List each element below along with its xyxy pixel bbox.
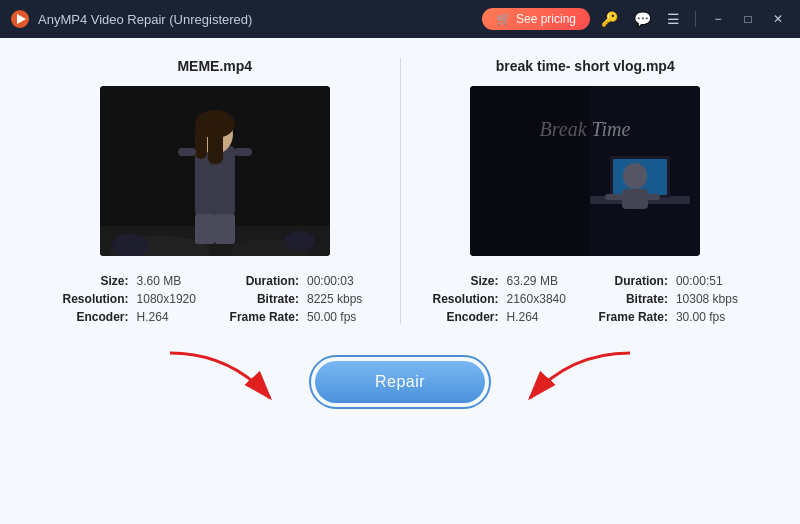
right-duration-value: 00:00:51 xyxy=(676,274,750,288)
right-video-info: Size: 63.29 MB Duration: 00:00:51 Resolu… xyxy=(421,274,751,324)
bottom-section: Repair xyxy=(30,342,770,422)
right-size-label: Size: xyxy=(421,274,499,288)
right-duration-label: Duration: xyxy=(587,274,668,288)
left-framerate-value: 50.00 fps xyxy=(307,310,380,324)
close-button[interactable]: ✕ xyxy=(766,7,790,31)
svg-rect-24 xyxy=(622,189,648,209)
svg-rect-9 xyxy=(195,124,207,159)
right-video-thumbnail: Break Time xyxy=(470,86,700,256)
left-duration-label: Duration: xyxy=(217,274,299,288)
right-bitrate-label: Bitrate: xyxy=(587,292,668,306)
right-encoder-value: H.264 xyxy=(507,310,579,324)
maximize-button[interactable]: □ xyxy=(736,7,760,31)
app-logo xyxy=(10,9,30,29)
right-resolution-label: Resolution: xyxy=(421,292,499,306)
app-title: AnyMP4 Video Repair (Unregistered) xyxy=(38,12,482,27)
left-encoder-value: H.264 xyxy=(137,310,210,324)
right-bitrate-value: 10308 kbps xyxy=(676,292,750,306)
svg-rect-13 xyxy=(195,214,215,244)
left-bitrate-value: 8225 kbps xyxy=(307,292,380,306)
titlebar: AnyMP4 Video Repair (Unregistered) 🛒 See… xyxy=(0,0,800,38)
key-button[interactable]: 🔑 xyxy=(596,10,623,28)
menu-button[interactable]: ☰ xyxy=(662,10,685,28)
cart-icon: 🛒 xyxy=(496,12,511,26)
right-framerate-value: 30.00 fps xyxy=(676,310,750,324)
right-video-panel: break time- short vlog.mp4 Break Time xyxy=(401,58,771,324)
titlebar-actions: 🛒 See pricing 🔑 💬 ☰ − □ ✕ xyxy=(482,7,790,31)
svg-rect-12 xyxy=(234,148,252,156)
left-arrow xyxy=(150,343,290,417)
videos-row: MEME.mp4 xyxy=(30,58,770,324)
separator xyxy=(695,11,696,27)
left-encoder-label: Encoder: xyxy=(50,310,129,324)
left-video-info: Size: 3.60 MB Duration: 00:00:03 Resolut… xyxy=(50,274,380,324)
left-video-thumbnail xyxy=(100,86,330,256)
svg-rect-25 xyxy=(605,194,623,200)
repair-button-wrapper: Repair xyxy=(309,355,491,409)
left-resolution-value: 1080x1920 xyxy=(137,292,210,306)
left-framerate-label: Frame Rate: xyxy=(217,310,299,324)
left-size-label: Size: xyxy=(50,274,129,288)
svg-rect-10 xyxy=(208,124,223,164)
svg-rect-26 xyxy=(645,194,660,200)
svg-rect-14 xyxy=(215,214,235,244)
left-size-value: 3.60 MB xyxy=(137,274,210,288)
right-size-value: 63.29 MB xyxy=(507,274,579,288)
main-content: MEME.mp4 xyxy=(0,38,800,524)
left-video-panel: MEME.mp4 xyxy=(30,58,401,324)
right-video-filename: break time- short vlog.mp4 xyxy=(496,58,675,74)
left-bitrate-label: Bitrate: xyxy=(217,292,299,306)
left-duration-value: 00:00:03 xyxy=(307,274,380,288)
right-framerate-label: Frame Rate: xyxy=(587,310,668,324)
minimize-button[interactable]: − xyxy=(706,7,730,31)
see-pricing-button[interactable]: 🛒 See pricing xyxy=(482,8,590,30)
repair-button[interactable]: Repair xyxy=(315,361,485,403)
chat-button[interactable]: 💬 xyxy=(629,10,656,28)
svg-rect-27 xyxy=(470,86,590,256)
right-arrow xyxy=(510,343,650,417)
left-video-filename: MEME.mp4 xyxy=(177,58,252,74)
svg-point-23 xyxy=(623,163,647,189)
left-resolution-label: Resolution: xyxy=(50,292,129,306)
svg-rect-11 xyxy=(178,148,196,156)
right-encoder-label: Encoder: xyxy=(421,310,499,324)
right-resolution-value: 2160x3840 xyxy=(507,292,579,306)
svg-point-16 xyxy=(285,231,315,251)
